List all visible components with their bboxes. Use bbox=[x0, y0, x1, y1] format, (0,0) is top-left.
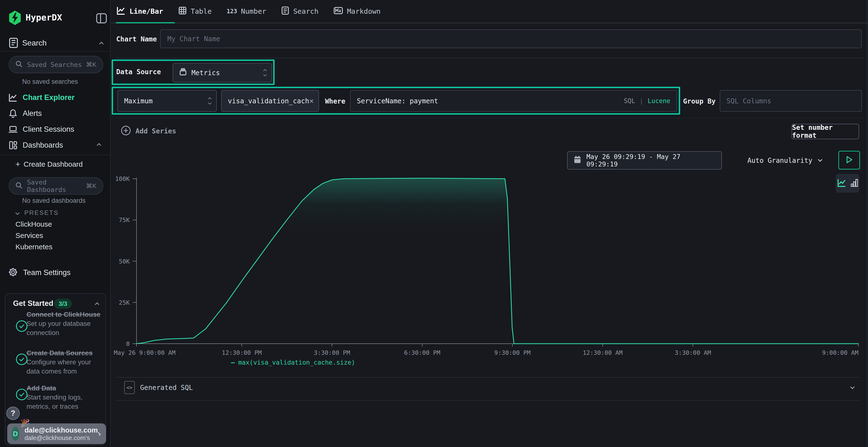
check-circle-icon bbox=[16, 353, 28, 366]
saved-searches-shortcut: ⌘K bbox=[86, 61, 96, 68]
timeseries-chart[interactable]: 025K50K75K100KMay 26 9:00:00 AM12:30:00 … bbox=[113, 175, 864, 365]
get-started-badge: 3/3 bbox=[54, 299, 72, 309]
get-started-item[interactable]: Create Data Sources Configure where your… bbox=[27, 348, 104, 376]
chart-legend: — max(visa_validation_cache.size) bbox=[231, 359, 355, 366]
svg-text:6:30:00 PM: 6:30:00 PM bbox=[404, 349, 440, 356]
search-icon bbox=[16, 182, 23, 190]
get-started-item[interactable]: Connect to ClickHouse Set up your databa… bbox=[27, 310, 102, 337]
preset-kubernetes[interactable]: Kubernetes bbox=[16, 243, 52, 251]
svg-text:75K: 75K bbox=[119, 216, 130, 224]
svg-text:100K: 100K bbox=[115, 175, 130, 182]
group-by-label: Group By bbox=[683, 97, 716, 105]
sidebar-item-chart-explorer[interactable]: Chart Explorer bbox=[0, 90, 111, 105]
svg-text:9:00:00 AM: 9:00:00 AM bbox=[822, 349, 858, 356]
code-icon: <> bbox=[124, 381, 135, 394]
tab-markdown[interactable]: Markdown bbox=[334, 6, 381, 16]
svg-text:3:30:00 PM: 3:30:00 PM bbox=[314, 349, 350, 356]
main-content: Line/Bar Table 123 Number Search bbox=[111, 0, 868, 447]
date-range-input[interactable]: May 26 09:29:19 - May 27 09:29:19 bbox=[567, 151, 722, 170]
search-collapse-chevron-icon[interactable] bbox=[99, 42, 103, 46]
legend-swatch: — bbox=[231, 359, 235, 366]
saved-dashboards-placeholder: Saved Dashboards bbox=[27, 178, 86, 194]
laptop-icon bbox=[8, 125, 18, 134]
sidebar-item-client-sessions[interactable]: Client Sessions bbox=[0, 122, 111, 137]
preset-clickhouse[interactable]: ClickHouse bbox=[16, 220, 52, 228]
metrics-db-icon bbox=[179, 68, 187, 78]
sql-mode-toggle[interactable]: SQL bbox=[624, 97, 635, 105]
data-source-select[interactable]: Metrics bbox=[173, 63, 272, 82]
select-updown-chevrons-icon bbox=[264, 70, 266, 76]
generated-sql-expand-chevron-icon[interactable] bbox=[850, 385, 855, 389]
plus-circle-icon bbox=[121, 125, 131, 137]
scrollbar[interactable] bbox=[867, 0, 867, 447]
chart-name-label: Chart Name bbox=[116, 35, 157, 43]
sidebar-section-search[interactable]: Search bbox=[22, 38, 46, 47]
number-123-icon: 123 bbox=[227, 8, 237, 15]
where-input[interactable]: ServiceName: payment SQL | Lucene bbox=[350, 90, 677, 112]
tab-line-bar[interactable]: Line/Bar bbox=[117, 6, 163, 17]
mode-toggle-divider: | bbox=[640, 97, 643, 105]
no-saved-dashboards-text: No saved dashboards bbox=[22, 197, 86, 204]
svg-text:12:30:00 PM: 12:30:00 PM bbox=[222, 349, 262, 356]
chevron-down-icon bbox=[818, 157, 823, 162]
run-query-button[interactable] bbox=[838, 151, 860, 170]
preset-services[interactable]: Services bbox=[16, 232, 43, 240]
generated-sql-header[interactable]: <> Generated SQL bbox=[124, 381, 193, 394]
table-icon bbox=[178, 6, 187, 16]
brand-title: HyperDX bbox=[26, 12, 62, 23]
sidebar-item-alerts[interactable]: Alerts bbox=[0, 105, 111, 122]
saved-searches-input[interactable]: Saved Searches ⌘K bbox=[9, 56, 103, 73]
avatar: D bbox=[11, 427, 19, 441]
user-email: dale@clickhouse.com bbox=[25, 426, 98, 434]
section-divider bbox=[116, 118, 864, 118]
saved-searches-placeholder: Saved Searches bbox=[27, 61, 86, 68]
metric-tag[interactable]: visa_validation_cach × bbox=[221, 90, 319, 112]
add-series-button[interactable]: Add Series bbox=[121, 125, 176, 137]
select-updown-chevrons-icon bbox=[209, 98, 211, 104]
saved-dashboards-input[interactable]: Saved Dashboards ⌘K bbox=[9, 177, 103, 195]
get-started-collapse-chevron-icon[interactable] bbox=[95, 302, 99, 307]
svg-text:50K: 50K bbox=[119, 258, 130, 265]
svg-text:0: 0 bbox=[126, 340, 130, 347]
section-divider bbox=[116, 400, 859, 401]
create-dashboard-button[interactable]: + Create Dashboard bbox=[16, 160, 83, 169]
remove-metric-icon[interactable]: × bbox=[309, 96, 314, 105]
sidebar-item-dashboards[interactable]: Dashboards bbox=[0, 137, 111, 153]
tab-number[interactable]: 123 Number bbox=[227, 7, 266, 15]
calendar-icon bbox=[574, 156, 582, 166]
presets-toggle[interactable]: PRESETS bbox=[16, 209, 59, 216]
chart-explorer-icon bbox=[8, 93, 18, 102]
user-menu[interactable]: D dale@clickhouse.com dale@clickhouse.co… bbox=[7, 423, 106, 444]
hyperdx-logo-icon bbox=[9, 10, 21, 26]
tab-search[interactable]: Search bbox=[281, 6, 318, 16]
set-number-format-button[interactable]: Set number format bbox=[792, 124, 859, 139]
search-section-icon bbox=[9, 38, 18, 49]
legend-label: max(visa_validation_cache.size) bbox=[238, 359, 355, 366]
svg-text:3:30:00 AM: 3:30:00 AM bbox=[675, 349, 711, 356]
markdown-icon bbox=[334, 6, 343, 16]
get-started-panel: Get Started 3/3 Connect to ClickHouse Se… bbox=[5, 294, 106, 445]
lucene-mode-toggle[interactable]: Lucene bbox=[648, 97, 670, 105]
svg-text:12:30:00 AM: 12:30:00 AM bbox=[583, 349, 623, 356]
line-chart-icon bbox=[117, 6, 126, 17]
gear-icon bbox=[8, 267, 18, 278]
get-started-title: Get Started bbox=[13, 299, 53, 308]
sidebar-divider bbox=[0, 154, 111, 155]
plus-icon: + bbox=[16, 160, 20, 169]
dashboards-collapse-chevron-icon[interactable] bbox=[97, 143, 101, 147]
group-by-input[interactable]: SQL Columns bbox=[720, 90, 862, 112]
bell-icon bbox=[8, 109, 18, 118]
aggregation-select[interactable]: Maximum bbox=[117, 90, 217, 112]
app-root: HyperDX Search Saved Searches ⌘K No save… bbox=[0, 0, 868, 447]
chart-name-input[interactable]: My Chart Name bbox=[160, 29, 862, 48]
tab-table[interactable]: Table bbox=[178, 6, 212, 16]
check-circle-icon bbox=[16, 320, 28, 332]
sidebar-collapse-icon[interactable] bbox=[96, 12, 107, 25]
active-tab-underline bbox=[116, 22, 175, 23]
section-divider bbox=[116, 377, 859, 378]
get-started-item[interactable]: Add Data Start sending logs, metrics, or… bbox=[27, 383, 104, 411]
granularity-select[interactable]: Auto Granularity bbox=[739, 151, 830, 170]
search-icon bbox=[16, 61, 23, 69]
sidebar-item-team-settings[interactable]: Team Settings bbox=[8, 267, 70, 278]
help-button[interactable]: ? bbox=[6, 407, 20, 420]
